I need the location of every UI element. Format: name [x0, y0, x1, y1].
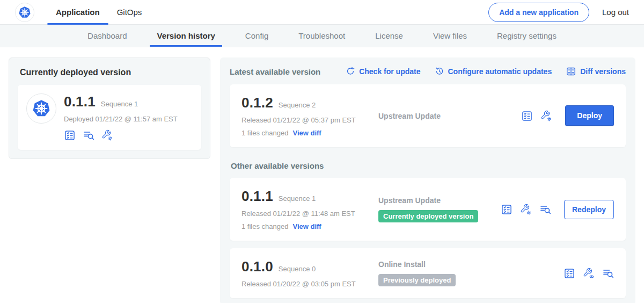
app-subnav: Dashboard Version history Config Trouble…	[0, 25, 644, 47]
currently-deployed-title: Currently deployed version	[20, 68, 201, 77]
deploy-logs-icon[interactable]	[539, 204, 551, 215]
refresh-icon	[346, 67, 355, 76]
source-label: Upstream Update	[378, 112, 516, 120]
deploy-logs-icon[interactable]	[83, 129, 94, 141]
subnav-tab-license-label: License	[375, 31, 403, 40]
check-for-update-label: Check for update	[359, 67, 420, 76]
panel-header: Latest available version Check for updat…	[230, 66, 626, 77]
deploy-logs-icon[interactable]	[602, 268, 614, 279]
release-notes-checklist-icon[interactable]	[501, 204, 513, 215]
subnav-tab-view-files[interactable]: View files	[426, 25, 474, 47]
tab-gitops-label: GitOps	[117, 8, 142, 17]
version-number: 0.1.2	[241, 95, 273, 111]
tab-gitops[interactable]: GitOps	[108, 0, 151, 24]
deployed-actions	[64, 129, 178, 141]
version-sequence: Sequence 1	[279, 194, 316, 203]
released-timestamp: Released 01/21/22 @ 05:37 pm EST	[241, 116, 378, 124]
logout-link[interactable]: Log out	[602, 8, 629, 17]
release-notes-checklist-icon[interactable]	[564, 268, 575, 279]
subnav-tab-version-history[interactable]: Version history	[150, 25, 222, 47]
subnav-tab-troubleshoot-label: Troubleshoot	[298, 31, 345, 40]
version-card-0-1-0: 0.1.0 Sequence 0 Released 01/20/22 @ 03:…	[230, 248, 626, 298]
deploy-button[interactable]: Deploy	[565, 105, 614, 126]
header-right: Add a new application Log out	[488, 3, 629, 22]
view-diff-link[interactable]: View diff	[292, 129, 321, 137]
subnav-tab-view-files-label: View files	[433, 31, 467, 40]
deployed-version-info: 0.1.1 Sequence 1 Deployed 01/21/22 @ 11:…	[64, 93, 178, 141]
subnav-tab-version-history-label: Version history	[157, 31, 215, 40]
header-tabs: Application GitOps	[47, 0, 150, 24]
version-card-0-1-1: 0.1.1 Sequence 1 Released 01/21/22 @ 11:…	[230, 178, 626, 241]
subnav-tab-license[interactable]: License	[368, 25, 410, 47]
view-diff-link[interactable]: View diff	[292, 222, 321, 230]
version-source: Upstream Update Currently deployed versi…	[378, 196, 501, 222]
version-info: 0.1.2 Sequence 2 Released 01/21/22 @ 05:…	[241, 95, 378, 137]
currently-deployed-card: Currently deployed version 0.1.1 Sequenc…	[9, 57, 210, 159]
config-wrench-gear-icon[interactable]	[540, 110, 552, 122]
subnav-tab-config[interactable]: Config	[238, 25, 275, 47]
subnav-tab-config-label: Config	[245, 31, 268, 40]
deployed-version-number: 0.1.1	[64, 93, 96, 110]
main-content: Currently deployed version 0.1.1 Sequenc…	[0, 47, 644, 303]
version-number: 0.1.0	[241, 258, 273, 275]
tab-application[interactable]: Application	[47, 0, 108, 24]
release-notes-checklist-icon[interactable]	[64, 129, 76, 141]
config-wrench-gear-icon[interactable]	[101, 129, 113, 141]
deployed-version-card: 0.1.1 Sequence 1 Deployed 01/21/22 @ 11:…	[18, 85, 201, 150]
app-header: Application GitOps Add a new application…	[0, 0, 644, 25]
config-wrench-eye-icon[interactable]	[583, 268, 595, 279]
version-actions	[564, 268, 614, 279]
subnav-tab-registry-settings[interactable]: Registry settings	[490, 25, 564, 47]
subnav-tab-dashboard[interactable]: Dashboard	[80, 25, 134, 47]
configure-automatic-updates-label: Configure automatic updates	[448, 67, 552, 76]
version-card-0-1-2: 0.1.2 Sequence 2 Released 01/21/22 @ 05:…	[230, 84, 626, 147]
kubernetes-logo-icon	[15, 3, 34, 22]
version-number: 0.1.1	[241, 188, 273, 205]
version-history-panel: Latest available version Check for updat…	[220, 57, 635, 303]
check-for-update-link[interactable]: Check for update	[346, 67, 420, 76]
version-actions: Deploy	[521, 105, 614, 126]
panel-actions: Check for update Configure automatic upd…	[346, 66, 626, 77]
config-wrench-gear-icon[interactable]	[520, 204, 532, 215]
diff-versions-label: Diff versions	[580, 67, 626, 76]
deployed-timestamp: Deployed 01/21/22 @ 11:57 am EST	[64, 115, 178, 123]
released-timestamp: Released 01/21/22 @ 11:48 am EST	[241, 210, 378, 218]
subnav-tab-registry-settings-label: Registry settings	[497, 31, 557, 40]
configure-automatic-updates-link[interactable]: Configure automatic updates	[435, 67, 552, 76]
files-changed-label: 1 files changed	[241, 129, 288, 137]
version-info: 0.1.0 Sequence 0 Released 01/20/22 @ 03:…	[241, 258, 378, 288]
version-sequence: Sequence 0	[279, 265, 316, 273]
subnav-tab-troubleshoot[interactable]: Troubleshoot	[291, 25, 352, 47]
files-changed-label: 1 files changed	[241, 222, 288, 230]
version-sequence: Sequence 2	[279, 101, 316, 109]
source-label: Online Install	[378, 260, 558, 269]
source-label: Upstream Update	[378, 196, 495, 205]
other-available-title: Other available versions	[231, 161, 626, 170]
version-info: 0.1.1 Sequence 1 Released 01/21/22 @ 11:…	[241, 188, 378, 230]
version-source: Online Install Previously deployed	[378, 260, 564, 286]
deployed-sequence: Sequence 1	[101, 100, 138, 108]
tab-application-label: Application	[56, 8, 100, 17]
version-source: Upstream Update	[378, 112, 521, 120]
released-timestamp: Released 01/20/22 @ 03:05 pm EST	[241, 280, 378, 288]
diff-icon	[566, 66, 576, 77]
diff-versions-link[interactable]: Diff versions	[566, 66, 626, 77]
previously-deployed-badge: Previously deployed	[378, 274, 456, 286]
release-notes-checklist-icon[interactable]	[521, 110, 533, 122]
currently-deployed-badge: Currently deployed version	[378, 210, 478, 222]
add-application-button[interactable]: Add a new application	[488, 3, 589, 22]
schedule-update-icon	[435, 67, 444, 76]
subnav-tab-dashboard-label: Dashboard	[87, 31, 127, 40]
version-actions: Redeploy	[501, 200, 614, 219]
latest-available-title: Latest available version	[230, 67, 320, 76]
app-kubernetes-logo-icon	[26, 93, 56, 124]
redeploy-button[interactable]: Redeploy	[564, 200, 614, 219]
